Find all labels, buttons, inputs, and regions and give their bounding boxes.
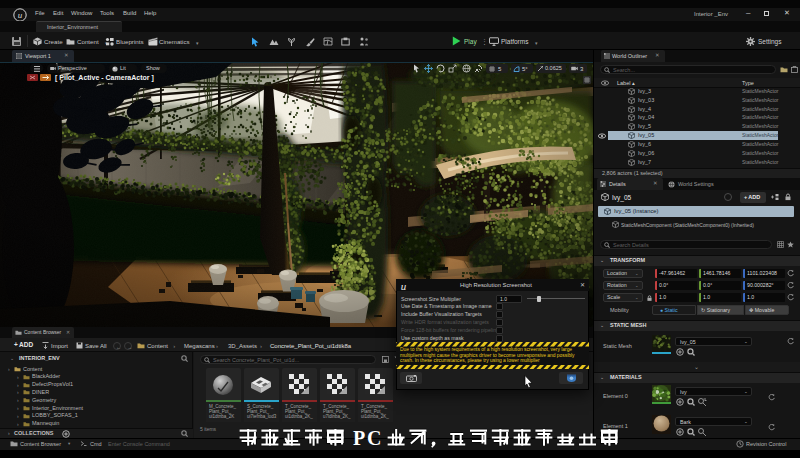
svg-text:P: P (353, 427, 365, 449)
svg-text:u: u (18, 10, 23, 20)
svg-text:C: C (367, 427, 381, 449)
svg-text:u: u (401, 280, 407, 291)
